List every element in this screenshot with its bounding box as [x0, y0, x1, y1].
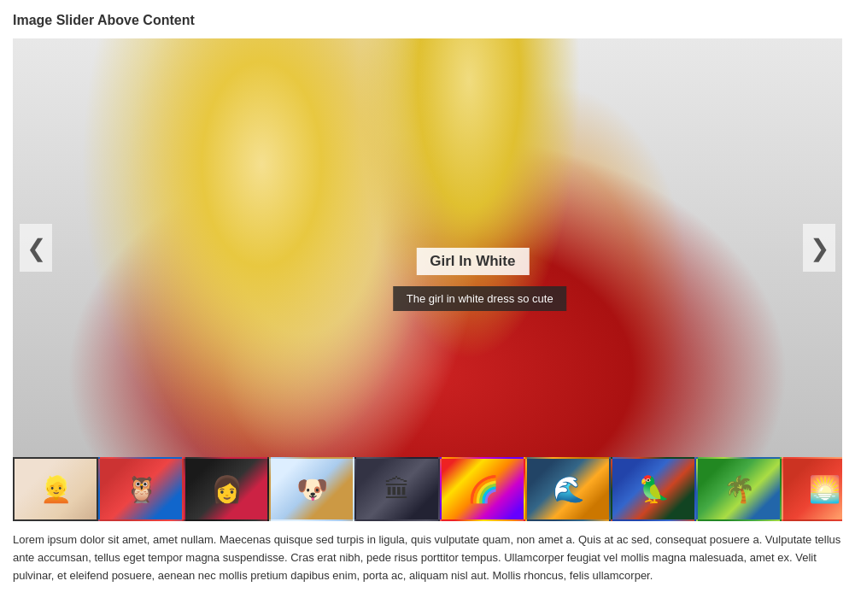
image-slider: ❮ Girl In White The girl in white dress … — [13, 38, 842, 521]
thumb-4-icon: 🐶 — [271, 459, 353, 519]
thumb-1-icon: 👱 — [15, 459, 97, 519]
thumbnail-4[interactable]: 🐶 — [269, 457, 354, 521]
thumbnails-strip: 👱 🦉 👩 🐶 🏛 🌈 🌊 🦜 🌴 🌅 — [13, 457, 842, 521]
body-text: Lorem ipsum dolor sit amet, amet nullam.… — [13, 531, 842, 584]
thumb-6-icon: 🌈 — [442, 459, 524, 519]
thumbnail-10[interactable]: 🌅 — [782, 457, 842, 521]
thumbnail-3[interactable]: 👩 — [184, 457, 269, 521]
thumbnail-2[interactable]: 🦉 — [98, 457, 184, 521]
thumbnail-8[interactable]: 🦜 — [611, 457, 696, 521]
thumb-3-icon: 👩 — [185, 459, 267, 519]
thumb-2-icon: 🦉 — [100, 459, 182, 519]
prev-arrow-button[interactable]: ❮ — [20, 224, 52, 272]
caption-description: The girl in white dress so cute — [393, 286, 567, 311]
thumbnail-1[interactable]: 👱 — [13, 457, 98, 521]
slider-main-area: ❮ Girl In White The girl in white dress … — [13, 38, 842, 457]
thumb-10-icon: 🌅 — [783, 459, 842, 519]
thumbnail-5[interactable]: 🏛 — [354, 457, 440, 521]
page-title: Image Slider Above Content — [13, 13, 842, 28]
thumb-7-icon: 🌊 — [527, 459, 609, 519]
thumbnail-7[interactable]: 🌊 — [525, 457, 611, 521]
thumb-9-icon: 🌴 — [698, 459, 780, 519]
thumbnail-9[interactable]: 🌴 — [696, 457, 782, 521]
caption-title: Girl In White — [416, 248, 529, 275]
thumbnail-6[interactable]: 🌈 — [440, 457, 525, 521]
thumb-5-icon: 🏛 — [356, 459, 438, 519]
thumb-8-icon: 🦜 — [612, 459, 694, 519]
next-arrow-button[interactable]: ❯ — [803, 224, 835, 272]
